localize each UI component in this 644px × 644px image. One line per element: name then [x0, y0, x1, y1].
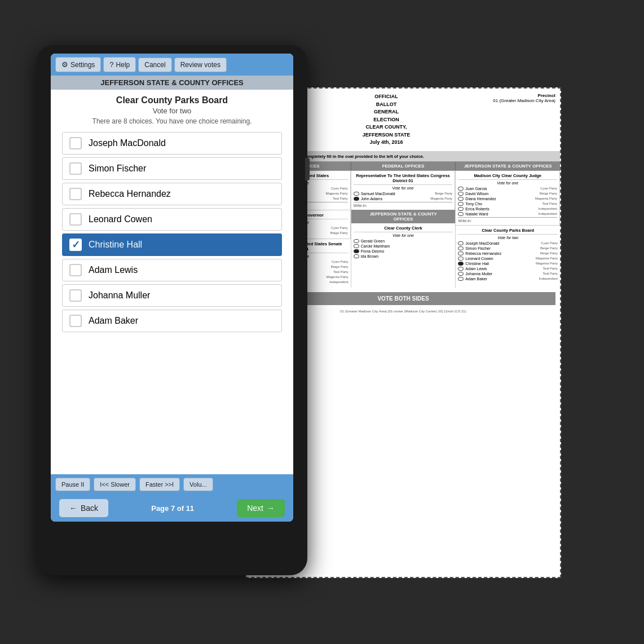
candidate-label: Leonard Cowen — [89, 214, 152, 224]
candidate-leonard-cowen[interactable]: Leonard Cowen — [62, 208, 282, 231]
checkbox-leonard-cowen — [69, 213, 82, 226]
back-arrow-icon: ← — [69, 504, 77, 513]
volume-button[interactable]: Volu... — [183, 478, 213, 491]
candidate-label: Christine Hall — [89, 240, 142, 250]
candidate-label: Adam Baker — [89, 316, 138, 326]
checkbox-rebecca-hernandez — [69, 188, 82, 200]
tablet-side-button[interactable] — [305, 158, 310, 180]
section-header: JEFFERSON STATE & COUNTY OFFICES — [51, 76, 293, 90]
candidate-rebecca-hernandez[interactable]: Rebecca Hernandez — [62, 183, 282, 205]
checkbox-adam-baker — [69, 315, 82, 327]
contest-title: Clear County Parks Board — [62, 95, 282, 105]
contest-subtitle: Vote for two — [62, 107, 282, 115]
back-button[interactable]: ← Back — [59, 499, 108, 517]
review-votes-button[interactable]: Review votes — [174, 58, 227, 72]
jsc-middle-header: JEFFERSON STATE & COUNTYOFFICES — [351, 210, 456, 223]
candidate-simon-fischer[interactable]: Simon Fischer — [62, 157, 282, 180]
slower-button[interactable]: I<< Slower — [94, 478, 136, 491]
ballot-precinct: Precinct 01 (Greater Madison City Area) — [488, 93, 555, 147]
page-info: Page 7 of 11 — [114, 504, 231, 513]
contest-area: Clear County Parks Board Vote for two Th… — [51, 90, 293, 474]
tablet: ⚙ Settings ? Help Cancel Review votes JE… — [37, 45, 307, 575]
clerk-section: Clear County Clerk Vote for one Gerald G… — [351, 223, 456, 262]
candidate-christine-hall[interactable]: ✓ Christine Hall — [62, 233, 282, 256]
next-button[interactable]: Next → — [237, 499, 285, 517]
parks-board-section: Clear County Parks Board Vote for two Jo… — [456, 225, 560, 284]
candidate-adam-lewis[interactable]: Adam Lewis — [62, 259, 282, 281]
checkmark-icon: ✓ — [72, 239, 80, 251]
candidate-label: Joseph MacDonald — [89, 138, 166, 148]
candidate-adam-baker[interactable]: Adam Baker — [62, 310, 282, 332]
judge-section: Madison City Clear County Judge Vote for… — [456, 171, 560, 225]
checkbox-simon-fischer — [69, 162, 82, 175]
candidate-label: Simon Fischer — [89, 164, 146, 174]
col-header-3: JEFFERSON STATE & COUNTY OFFICES — [456, 162, 560, 170]
next-arrow-icon: → — [267, 504, 275, 513]
candidate-joseph-macdonald[interactable]: Joseph MacDonald — [62, 132, 282, 155]
playback-controls: Pause II I<< Slower Faster >>I Volu... — [51, 474, 293, 495]
toolbar: ⚙ Settings ? Help Cancel Review votes — [51, 54, 293, 76]
cancel-button[interactable]: Cancel — [138, 58, 171, 72]
candidate-johanna-muller[interactable]: Johanna Muller — [62, 284, 282, 307]
candidate-label: Johanna Muller — [89, 290, 150, 301]
checkbox-johanna-muller — [69, 289, 82, 302]
tablet-screen: ⚙ Settings ? Help Cancel Review votes JE… — [51, 54, 293, 522]
help-button[interactable]: ? Help — [103, 57, 136, 72]
gear-icon: ⚙ — [61, 60, 68, 69]
ballot-title: OFFICIAL BALLOT GENERAL ELECTION CLEAR C… — [285, 93, 488, 147]
candidate-label: Rebecca Hernandez — [89, 189, 171, 199]
contest-info: There are 8 choices. You have one choice… — [62, 117, 282, 125]
col-header-2: FEDERAL OFFICES — [351, 162, 456, 170]
checkbox-adam-lewis — [69, 264, 82, 276]
candidate-label: Adam Lewis — [89, 265, 138, 275]
faster-button[interactable]: Faster >>I — [139, 478, 180, 491]
checkbox-joseph-macdonald — [69, 137, 82, 149]
congress-section: Representative To The United States Cong… — [351, 171, 456, 210]
navigation-bar: ← Back Page 7 of 11 Next → — [51, 495, 293, 522]
settings-button[interactable]: ⚙ Settings — [55, 57, 101, 72]
pause-button[interactable]: Pause II — [55, 478, 90, 491]
checkbox-christine-hall: ✓ — [69, 239, 82, 251]
help-icon: ? — [109, 60, 113, 69]
